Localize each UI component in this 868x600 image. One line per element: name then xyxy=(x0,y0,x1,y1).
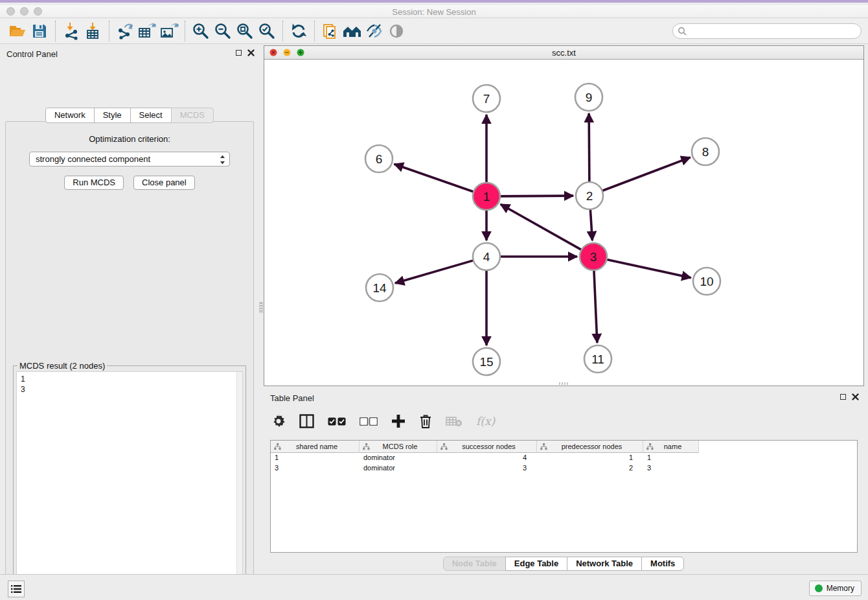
delete-table-icon xyxy=(446,415,463,427)
float-panel-icon[interactable] xyxy=(236,50,242,56)
network-resize-grip[interactable] xyxy=(559,382,568,385)
node-label: 7 xyxy=(483,92,490,106)
save-icon[interactable] xyxy=(29,21,51,41)
search-input[interactable] xyxy=(690,27,861,36)
edges-layer[interactable] xyxy=(394,113,691,345)
edge-3-11[interactable] xyxy=(594,270,597,343)
select-all-checkboxes-icon[interactable] xyxy=(328,417,346,426)
table-row[interactable]: 3dominator323 xyxy=(271,463,857,474)
network-window-titlebar[interactable]: scc.txt xyxy=(264,46,863,60)
edge-1-2[interactable] xyxy=(500,196,573,196)
zoom-selected-icon[interactable] xyxy=(256,21,278,41)
hide-details-icon[interactable] xyxy=(363,21,385,41)
node-label: 1 xyxy=(483,190,490,203)
tab-network-table[interactable]: Network Table xyxy=(567,557,642,571)
table-cell[interactable]: 1 xyxy=(537,453,643,463)
column-header[interactable]: successor nodes xyxy=(437,441,537,453)
node-8[interactable]: 8 xyxy=(692,138,719,165)
node-6[interactable]: 6 xyxy=(365,145,393,172)
columns-icon[interactable] xyxy=(299,414,314,428)
node-14[interactable]: 14 xyxy=(366,274,393,301)
column-header[interactable]: MCDS role xyxy=(360,441,437,453)
node-11[interactable]: 11 xyxy=(584,345,611,373)
table-cell[interactable]: dominator xyxy=(360,463,437,474)
node-4[interactable]: 4 xyxy=(473,243,500,270)
node-2[interactable]: 2 xyxy=(576,182,603,209)
node-9[interactable]: 9 xyxy=(575,84,602,111)
table-cell[interactable]: 2 xyxy=(537,463,643,474)
tab-network[interactable]: Network xyxy=(45,108,95,123)
memory-button[interactable]: Memory xyxy=(809,581,862,596)
network-window: scc.txt 7968124314101511 xyxy=(264,45,864,386)
close-panel-button[interactable]: Close panel xyxy=(133,176,195,190)
refresh-icon[interactable] xyxy=(288,21,310,41)
tab-mcds[interactable]: MCDS xyxy=(171,108,214,123)
show-details-icon[interactable] xyxy=(385,21,407,41)
tab-node-table[interactable]: Node Table xyxy=(443,557,506,571)
criterion-dropdown[interactable]: strongly connected component xyxy=(29,152,230,167)
zoom-out-icon[interactable] xyxy=(212,21,234,41)
close-table-panel-icon[interactable] xyxy=(852,393,859,400)
edge-3-1[interactable] xyxy=(501,204,582,249)
zoom-fit-icon[interactable] xyxy=(234,21,256,41)
edge-3-10[interactable] xyxy=(607,259,691,277)
table-cell[interactable]: 3 xyxy=(643,463,699,474)
export-image-icon[interactable] xyxy=(158,21,180,41)
toolbar-separator xyxy=(282,21,283,41)
export-network-icon[interactable] xyxy=(114,21,136,41)
close-panel-icon[interactable] xyxy=(247,49,255,56)
network-canvas[interactable]: 7968124314101511 xyxy=(264,60,863,386)
vertical-divider-grip[interactable] xyxy=(259,302,263,313)
open-folder-icon[interactable] xyxy=(6,21,29,41)
add-column-icon[interactable] xyxy=(391,414,405,428)
search-field[interactable] xyxy=(672,23,862,39)
toolbar-separator xyxy=(185,21,185,41)
mcds-result-group: MCDS result (2 nodes) 1 3 xyxy=(13,365,246,600)
delete-column-icon[interactable] xyxy=(419,414,432,429)
table-row[interactable]: 1dominator411 xyxy=(271,453,857,463)
result-scrollbar[interactable] xyxy=(236,372,242,600)
mcds-result-area[interactable]: 1 3 xyxy=(16,371,243,600)
tab-select[interactable]: Select xyxy=(130,108,172,123)
tab-edge-table[interactable]: Edge Table xyxy=(505,557,567,571)
run-mcds-button[interactable]: Run MCDS xyxy=(64,176,124,190)
edge-1-6[interactable] xyxy=(394,164,474,192)
node-table[interactable]: shared nameMCDS rolesuccessor nodesprede… xyxy=(270,440,858,553)
table-cell[interactable]: 3 xyxy=(437,463,537,474)
stepper-arrows-icon xyxy=(220,155,225,165)
column-header[interactable]: predecessor nodes xyxy=(537,441,643,453)
edge-2-8[interactable] xyxy=(602,157,691,191)
node-15[interactable]: 15 xyxy=(473,348,500,375)
node-10[interactable]: 10 xyxy=(693,268,720,295)
table-cell[interactable]: 1 xyxy=(271,453,360,463)
table-panel-title: Table Panel xyxy=(270,393,314,403)
first-neighbors-icon[interactable] xyxy=(341,21,363,41)
table-cell[interactable]: dominator xyxy=(360,453,437,463)
gear-icon[interactable] xyxy=(271,414,286,428)
attribute-tree-icon xyxy=(646,443,654,450)
titlebar: Session: New Session xyxy=(0,5,868,18)
edge-2-9[interactable] xyxy=(589,113,589,182)
zoom-in-icon[interactable] xyxy=(190,21,212,41)
table-cell[interactable]: 1 xyxy=(643,453,699,463)
task-history-button[interactable] xyxy=(8,581,25,597)
edge-4-14[interactable] xyxy=(395,260,474,283)
column-header[interactable]: shared name xyxy=(271,441,360,453)
tab-style[interactable]: Style xyxy=(94,108,131,123)
clone-network-icon[interactable] xyxy=(319,21,341,41)
network-window-title: scc.txt xyxy=(264,48,863,58)
node-3[interactable]: 3 xyxy=(580,243,607,270)
export-table-icon[interactable] xyxy=(136,21,158,41)
edge-2-3[interactable] xyxy=(590,209,592,240)
tab-motifs[interactable]: Motifs xyxy=(641,557,684,571)
import-network-icon[interactable] xyxy=(60,21,82,41)
node-1[interactable]: 1 xyxy=(473,183,500,210)
control-panel-title: Control Panel xyxy=(6,49,58,59)
table-cell[interactable]: 3 xyxy=(271,463,360,474)
node-7[interactable]: 7 xyxy=(473,85,500,112)
float-table-panel-icon[interactable] xyxy=(840,394,846,400)
deselect-all-checkboxes-icon[interactable] xyxy=(360,417,378,426)
import-table-icon[interactable] xyxy=(82,21,104,41)
column-header[interactable]: name xyxy=(643,441,699,453)
table-cell[interactable]: 4 xyxy=(437,453,537,463)
